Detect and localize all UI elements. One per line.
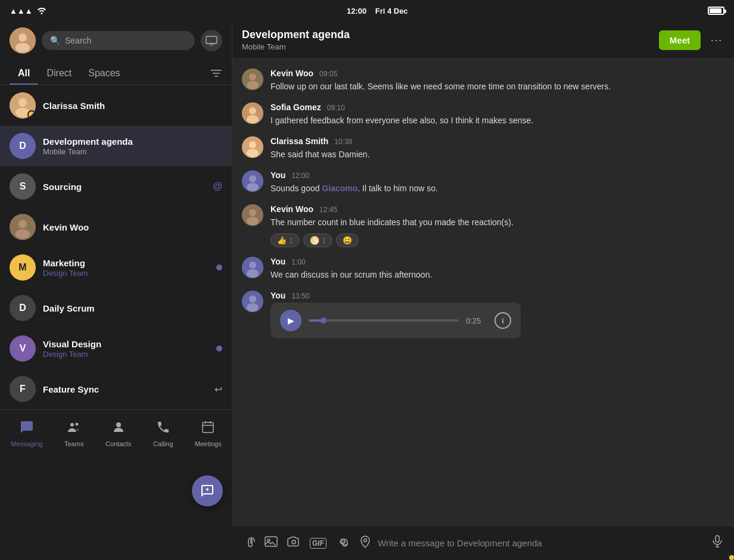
avatar bbox=[242, 170, 263, 192]
avatar bbox=[242, 257, 263, 278]
chat-header-actions: Meet ⋯ bbox=[659, 30, 724, 50]
reaction-thumbs-up[interactable]: 👍 1 bbox=[270, 234, 300, 247]
list-item[interactable]: F Feature Sync ↩ bbox=[0, 369, 232, 409]
chat-name: Development agenda bbox=[43, 136, 222, 147]
avatar bbox=[10, 92, 36, 119]
svg-point-11 bbox=[18, 220, 27, 228]
image-button[interactable] bbox=[265, 535, 278, 551]
gif-button[interactable]: GIF bbox=[310, 538, 326, 549]
chat-subtitle: Design Team bbox=[43, 350, 209, 359]
list-item[interactable]: S Sourcing @ bbox=[0, 166, 232, 207]
messaging-label: Messaging bbox=[11, 440, 42, 447]
nav-item-contacts[interactable]: Contacts bbox=[96, 415, 141, 452]
message-row: You 12:00 Sounds good Giacomo. Il talk t… bbox=[242, 170, 724, 195]
status-badge bbox=[27, 110, 36, 119]
avatar bbox=[242, 102, 263, 124]
date-display: Fri 4 Dec bbox=[375, 7, 408, 15]
camera-button[interactable] bbox=[287, 535, 300, 551]
meet-button[interactable]: Meet bbox=[659, 30, 701, 50]
message-body: Sofia Gomez 09:10 I gathered feedback fr… bbox=[270, 102, 724, 127]
list-item[interactable]: Clarissa Smith bbox=[0, 85, 232, 126]
wifi-icon bbox=[36, 6, 47, 16]
message-body: Clarissa Smith 10:38 She said that was D… bbox=[270, 136, 724, 161]
message-time: 1:00 bbox=[291, 258, 305, 266]
filter-icon[interactable] bbox=[210, 69, 222, 81]
reaction-yellow[interactable]: 🌕 1 bbox=[303, 234, 332, 247]
chat-info: Clarissa Smith bbox=[43, 101, 222, 111]
message-text: Sounds good Giacomo. Il talk to him now … bbox=[270, 182, 724, 195]
avatar bbox=[242, 291, 263, 312]
reaction-smile[interactable]: 😄 bbox=[336, 234, 359, 247]
message-row: Sofia Gomez 09:10 I gathered feedback fr… bbox=[242, 102, 724, 127]
chat-info: Visual Design Design Team bbox=[43, 339, 209, 359]
list-item[interactable]: D Daily Scrum bbox=[0, 288, 232, 328]
play-button[interactable]: ▶ bbox=[280, 310, 301, 331]
svg-point-40 bbox=[247, 303, 259, 312]
chat-subtitle: Mobile Team bbox=[43, 147, 222, 156]
chat-info: Marketing Design Team bbox=[43, 258, 209, 278]
list-item[interactable]: Kevin Woo bbox=[0, 207, 232, 247]
message-row: You 1:00 We can discuss in our scrum thi… bbox=[242, 257, 724, 281]
tab-all[interactable]: All bbox=[10, 64, 38, 85]
message-header: Clarissa Smith 10:38 bbox=[270, 136, 724, 146]
chat-info: Development agenda Mobile Team bbox=[43, 136, 222, 156]
svg-point-22 bbox=[247, 81, 259, 89]
list-item[interactable]: V Visual Design Design Team bbox=[0, 328, 232, 369]
mic-button[interactable] bbox=[710, 534, 724, 552]
message-time: 12:00 bbox=[291, 172, 309, 180]
avatar bbox=[242, 204, 263, 226]
more-options-button[interactable]: ⋯ bbox=[708, 30, 724, 49]
svg-point-1 bbox=[18, 33, 27, 42]
chat-name: Daily Scrum bbox=[43, 303, 222, 313]
location-button[interactable] bbox=[359, 535, 372, 551]
audio-progress-bar[interactable] bbox=[309, 319, 459, 322]
chat-name: Kevin Woo bbox=[43, 222, 222, 232]
message-time: 10:38 bbox=[334, 138, 352, 146]
mention-text: Giacomo bbox=[322, 183, 357, 193]
chat-info: Sourcing bbox=[43, 182, 206, 192]
audio-info-button[interactable]: i bbox=[494, 312, 511, 329]
tab-direct[interactable]: Direct bbox=[38, 64, 80, 85]
nav-item-calling[interactable]: Calling bbox=[144, 415, 183, 452]
message-body: You 12:00 Sounds good Giacomo. Il talk t… bbox=[270, 170, 724, 195]
cast-button[interactable] bbox=[201, 30, 222, 51]
svg-point-27 bbox=[249, 141, 256, 148]
search-bar[interactable]: 🔍 Search bbox=[42, 31, 195, 50]
chat-name: Sourcing bbox=[43, 182, 206, 192]
search-icon: 🔍 bbox=[50, 36, 60, 45]
message-text: We can discuss in our scrum this afterno… bbox=[270, 269, 724, 281]
list-item[interactable]: M Marketing Design Team bbox=[0, 247, 232, 288]
list-item[interactable]: D Development agenda Mobile Team bbox=[0, 126, 232, 166]
message-row: Kevin Woo 12:45 The number count in blue… bbox=[242, 204, 724, 247]
tab-spaces[interactable]: Spaces bbox=[80, 64, 128, 85]
compose-fab[interactable] bbox=[192, 475, 223, 506]
mention-badge: @ bbox=[213, 181, 222, 192]
chat-header: Development agenda Mobile Team Meet ⋯ bbox=[232, 21, 734, 59]
sender-name: Clarissa Smith bbox=[270, 136, 328, 146]
user-avatar[interactable] bbox=[10, 27, 36, 54]
chat-info: Kevin Woo bbox=[43, 222, 222, 232]
mention-button[interactable] bbox=[336, 535, 349, 551]
signal-icon: ▲▲▲ bbox=[10, 7, 33, 15]
nav-item-teams[interactable]: Teams bbox=[55, 415, 93, 452]
message-input-box: GIF Write a message to Deve bbox=[242, 533, 724, 553]
svg-point-13 bbox=[70, 423, 74, 427]
message-time: 09:05 bbox=[319, 70, 337, 78]
avatar: S bbox=[10, 173, 36, 200]
message-input[interactable]: Write a message to Development agenda bbox=[378, 533, 699, 553]
message-input-area: GIF Write a message to Deve bbox=[232, 525, 734, 560]
svg-point-12 bbox=[15, 229, 30, 239]
teams-icon bbox=[67, 420, 81, 438]
message-body: You 13:50 ▶ 0:25 i bbox=[270, 291, 724, 338]
message-time: 13:50 bbox=[291, 292, 309, 300]
chat-subtitle: Design Team bbox=[43, 269, 209, 278]
svg-point-37 bbox=[247, 269, 259, 278]
nav-item-messaging[interactable]: Messaging bbox=[1, 415, 52, 452]
svg-point-43 bbox=[292, 540, 296, 544]
message-row: Kevin Woo 09:05 Follow up on our last ta… bbox=[242, 69, 724, 93]
nav-tabs: All Direct Spaces bbox=[0, 58, 232, 85]
attachment-button[interactable] bbox=[242, 535, 255, 551]
nav-item-meetings[interactable]: Meetings bbox=[185, 415, 231, 452]
search-placeholder: Search bbox=[65, 36, 91, 45]
message-body: Kevin Woo 09:05 Follow up on our last ta… bbox=[270, 69, 724, 93]
